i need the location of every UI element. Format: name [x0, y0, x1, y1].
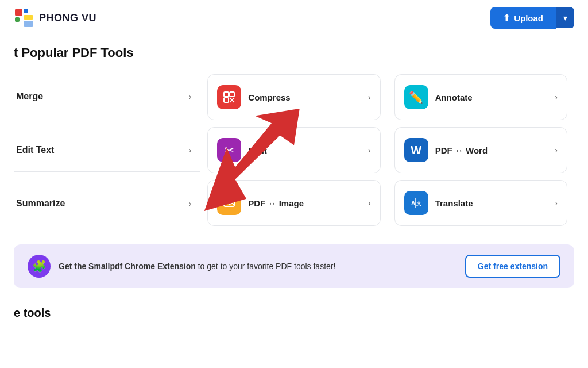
chevron-down-icon: ▾: [563, 13, 567, 22]
page-title: t Popular PDF Tools: [14, 45, 574, 60]
compress-card-left: Compress: [217, 85, 290, 109]
sidebar-item-edit-text[interactable]: Edit Text ›: [14, 129, 200, 172]
annotate-card-left: ✏️ Annotate: [404, 85, 473, 109]
banner-rest-text: to get to your favorite PDF tools faster…: [196, 262, 336, 271]
annotate-icon: ✏️: [404, 85, 428, 109]
pdf-word-card-left: W PDF ↔ Word: [404, 138, 488, 162]
translate-chevron-icon: ›: [555, 198, 558, 208]
bottom-section: e tools: [0, 297, 588, 329]
svg-text:文: 文: [416, 201, 421, 206]
pdf-word-chevron-icon: ›: [555, 145, 558, 155]
svg-rect-2: [15, 17, 20, 22]
svg-rect-7: [224, 98, 229, 102]
pdf-image-chevron-icon: ›: [368, 198, 371, 208]
header: PHONG VU ⬆ Upload ▾: [0, 0, 588, 36]
svg-rect-6: [230, 92, 234, 97]
svg-rect-0: [15, 9, 22, 16]
bottom-title: e tools: [14, 306, 574, 320]
merge-label: Merge: [16, 91, 43, 102]
tool-card-pdf-word[interactable]: W PDF ↔ Word ›: [394, 127, 567, 173]
pdf-image-card-left: PDF ↔ Image: [217, 191, 304, 215]
get-extension-button[interactable]: Get free extension: [465, 255, 560, 278]
sidebar-item-summarize[interactable]: Summarize ›: [14, 182, 200, 225]
svg-rect-5: [224, 92, 229, 97]
middle-column: Compress › ✂ Split ›: [200, 70, 387, 231]
svg-text:A: A: [411, 200, 415, 206]
merge-chevron-icon: ›: [189, 92, 192, 101]
upload-dropdown-button[interactable]: ▾: [556, 7, 574, 28]
pdf-word-icon: W: [404, 138, 428, 162]
svg-rect-4: [24, 21, 33, 27]
pdf-image-label: PDF ↔ Image: [248, 198, 304, 208]
split-label: Split: [248, 145, 267, 155]
edit-text-chevron-icon: ›: [189, 145, 192, 155]
tool-card-translate[interactable]: A 文 Translate ›: [394, 180, 567, 226]
translate-card-left: A 文 Translate: [404, 191, 473, 215]
edit-text-label: Edit Text: [16, 145, 54, 155]
compress-icon: [217, 85, 241, 109]
banner-left: 🧩 Get the Smallpdf Chrome Extension to g…: [28, 255, 335, 278]
annotate-label: Annotate: [435, 93, 473, 102]
left-column: Merge › Edit Text › Summarize ›: [14, 70, 200, 231]
summarize-chevron-icon: ›: [189, 199, 192, 208]
upload-icon: ⬆: [503, 13, 510, 23]
tools-grid-wrapper: Merge › Edit Text › Summarize ›: [14, 70, 574, 231]
banner-text: Get the Smallpdf Chrome Extension to get…: [59, 262, 335, 271]
split-chevron-icon: ›: [368, 145, 371, 155]
split-card-left: ✂ Split: [217, 138, 267, 162]
pdf-word-label: PDF ↔ Word: [435, 145, 488, 155]
logo-text: PHONG VU: [39, 12, 96, 24]
upload-button[interactable]: ⬆ Upload: [490, 7, 556, 29]
puzzle-icon: 🧩: [28, 255, 51, 278]
compress-label: Compress: [248, 93, 290, 102]
compress-chevron-icon: ›: [368, 93, 371, 102]
logo-icon: [14, 7, 34, 28]
tool-card-split[interactable]: ✂ Split ›: [207, 127, 380, 173]
split-icon: ✂: [217, 138, 241, 162]
page-title-area: t Popular PDF Tools: [0, 36, 588, 65]
summarize-label: Summarize: [16, 198, 65, 209]
logo-area: PHONG VU: [14, 7, 96, 28]
right-column: ✏️ Annotate › W PDF ↔ Word ›: [388, 70, 574, 231]
translate-icon: A 文: [404, 191, 428, 215]
extension-banner: 🧩 Get the Smallpdf Chrome Extension to g…: [14, 244, 574, 288]
tools-section: Merge › Edit Text › Summarize ›: [0, 65, 588, 240]
svg-rect-3: [24, 15, 33, 20]
translate-label: Translate: [435, 198, 473, 208]
tool-card-pdf-image[interactable]: PDF ↔ Image ›: [207, 180, 380, 226]
svg-rect-1: [24, 9, 28, 13]
upload-button-group: ⬆ Upload ▾: [490, 7, 574, 29]
annotate-chevron-icon: ›: [555, 93, 558, 102]
tool-card-compress[interactable]: Compress ›: [207, 74, 380, 120]
sidebar-item-merge[interactable]: Merge ›: [14, 75, 200, 118]
banner-bold-text: Get the Smallpdf Chrome Extension: [59, 262, 196, 271]
pdf-image-icon: [217, 191, 241, 215]
tools-grid: Merge › Edit Text › Summarize ›: [14, 70, 574, 231]
tool-card-annotate[interactable]: ✏️ Annotate ›: [394, 74, 567, 120]
